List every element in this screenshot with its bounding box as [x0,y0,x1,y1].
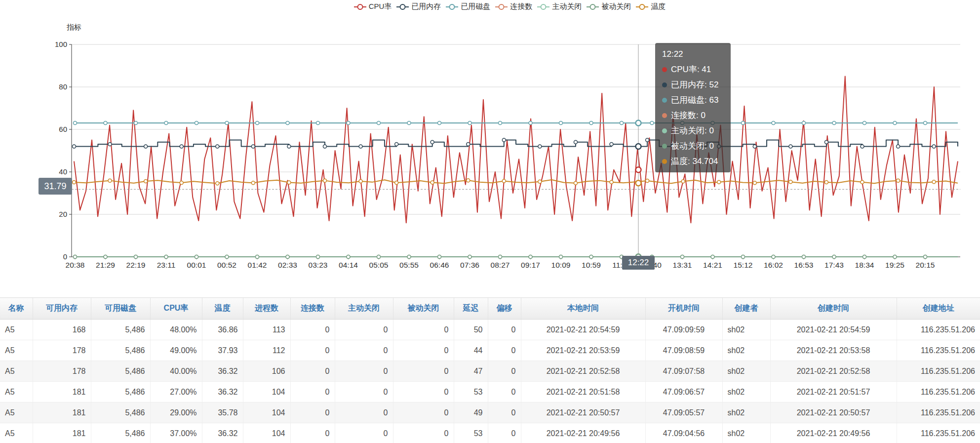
table-cell: 5,486 [91,340,150,361]
table-cell: 47.09:08:59 [645,340,722,361]
table-column-header: 连接数 [290,298,335,320]
x-axis-tick-label: 02:33 [278,261,297,269]
table-cell: 37.00% [150,423,202,443]
legend-marker-icon [354,3,366,10]
x-axis-tick-label: 03:23 [309,261,328,269]
x-axis-tick-label: 17:43 [824,261,844,269]
table-cell: 29.00% [150,403,202,423]
table-column-header: 本地时间 [521,298,645,320]
x-axis-tick-label: 16:02 [764,261,783,269]
y-axis-tick-label: 0 [63,252,67,261]
x-axis-tick-label: 09:17 [521,261,540,269]
x-axis-tick-label: 20:38 [66,261,85,269]
y-axis-name: 指标 [67,23,81,31]
hovered-point [636,144,641,149]
legend-marker-icon [495,3,508,10]
table-cell: 36.32 [202,361,243,382]
table-row: A51785,48640.00%36.321060004702021-02-21… [0,361,980,382]
chart-legend: CPU率已用内存已用磁盘连接数主动关闭被动关闭温度 [0,2,980,11]
table-cell: sh02 [722,403,770,423]
x-axis-tick-label: 05:05 [369,261,389,269]
table-cell: A5 [0,320,33,340]
table-cell: 5,486 [91,382,150,403]
hovered-point [636,167,641,172]
x-axis-tick-label: 23:11 [157,261,176,269]
table-column-header: 可用磁盘 [91,298,150,320]
legend-item[interactable]: 温度 [636,2,666,11]
x-axis-tick-label: 01:42 [248,261,267,269]
table-cell: 116.235.51.206 [897,361,980,382]
axis-pointer-y-label: 31.79 [39,178,72,195]
table-cell: 178 [33,340,91,361]
table-cell: sh02 [722,320,770,340]
x-axis-tick-label: 06:46 [430,261,449,269]
table-cell: 0 [488,403,521,423]
x-axis-tick-label: 15:12 [734,261,753,269]
table-column-header: 温度 [202,298,243,320]
table-column-header: 被动关闭 [393,298,454,320]
table-cell: 0 [290,423,335,443]
table-cell: 5,486 [91,361,150,382]
legend-item-label: 连接数 [510,2,532,11]
table-cell: 0 [488,423,521,443]
legend-item-label: CPU率 [369,2,392,11]
legend-item[interactable]: CPU率 [354,2,392,11]
table-cell: 0 [335,382,393,403]
table-cell: 47.09:06:57 [645,382,722,403]
table-cell: 106 [243,361,290,382]
table-cell: 104 [243,423,290,443]
legend-marker-icon [636,3,648,10]
table-cell: 0 [488,340,521,361]
table-cell: 40.00% [150,361,202,382]
table-cell: 49.00% [150,340,202,361]
table-cell: 37.93 [202,340,243,361]
legend-item[interactable]: 主动关闭 [537,2,582,11]
table-cell: 0 [393,361,454,382]
x-axis-tick-label: 14:21 [703,261,722,269]
table-cell: 0 [488,361,521,382]
table-cell: 0 [290,340,335,361]
table-cell: 113 [243,320,290,340]
x-axis-tick-label: 20:15 [916,261,935,269]
x-axis-tick-label: 18:34 [855,261,874,269]
table-cell: 0 [335,361,393,382]
table-cell: 2021-02-21 20:53:58 [770,340,897,361]
table-cell: 0 [488,382,521,403]
table-cell: 48.00% [150,320,202,340]
table-cell: 116.235.51.206 [897,340,980,361]
table-cell: 0 [393,403,454,423]
legend-item[interactable]: 被动关闭 [587,2,631,11]
legend-item[interactable]: 已用磁盘 [446,2,490,11]
table-cell: 116.235.51.206 [897,320,980,340]
x-axis-tick-label: 10:09 [551,261,571,269]
y-axis-tick-label: 40 [59,167,67,176]
table-cell: 2021-02-21 20:53:59 [521,340,645,361]
table-cell: 5,486 [91,423,150,443]
table-cell: 0 [488,320,521,340]
table-cell: 47 [454,361,488,382]
table-cell: 2021-02-21 20:51:58 [521,382,645,403]
table-cell: A5 [0,423,33,443]
legend-marker-icon [587,3,599,10]
table-row: A51785,48649.00%37.931120004402021-02-21… [0,340,980,361]
metrics-chart[interactable]: 020406080100指标20:3821:2922:1923:1100:010… [0,0,980,277]
table-cell: 5,486 [91,403,150,423]
x-axis-tick-label: 07:36 [460,261,479,269]
y-axis-tick-label: 80 [59,82,67,91]
table-cell: 36.32 [202,382,243,403]
table-cell: 2021-02-21 20:49:56 [770,423,897,443]
table-cell: 2021-02-21 20:51:57 [770,382,897,403]
legend-item[interactable]: 连接数 [495,2,532,11]
table-cell: A5 [0,340,33,361]
table-cell: 0 [335,403,393,423]
table-cell: 0 [393,320,454,340]
legend-item[interactable]: 已用内存 [396,2,441,11]
y-axis-tick-label: 100 [55,40,67,48]
table-cell: sh02 [722,340,770,361]
table-cell: 116.235.51.206 [897,382,980,403]
table-cell: 49 [454,403,488,423]
table-cell: 0 [290,320,335,340]
legend-item-label: 主动关闭 [552,2,582,11]
metrics-chart-panel: CPU率已用内存已用磁盘连接数主动关闭被动关闭温度 020406080100指标… [0,0,980,277]
hovered-point [636,121,641,126]
